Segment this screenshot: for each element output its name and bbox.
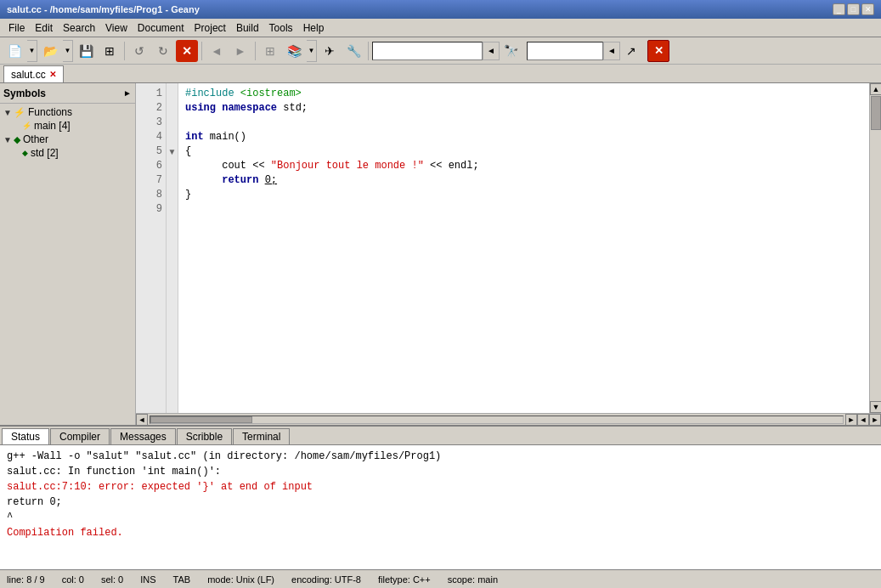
toolbar: 📄 ▼ 📂 ▼ 💾 ⊞ ↺ ↻ ✕ ◄ ► ⊞ 📚 ▼ ✈ 🔧 ◄ 🔭 ◄ ↗ … — [0, 37, 881, 65]
other-label: Other — [23, 133, 48, 145]
fold-6 — [167, 159, 178, 173]
h-scroll-thumb[interactable] — [150, 416, 252, 423]
horizontal-scrollbar[interactable]: ◄ ► ◄ ► — [136, 413, 881, 425]
tree-functions[interactable]: ▼ ⚡ Functions — [2, 105, 133, 119]
close-button[interactable]: ✕ — [861, 3, 874, 15]
replace-toolbar-group: ◄ ↗ — [527, 40, 642, 62]
toolbar-separator-4 — [368, 42, 369, 60]
tree-other[interactable]: ▼ ◆ Other — [2, 133, 133, 146]
minimize-button[interactable]: _ — [833, 3, 845, 15]
find-clear-button[interactable]: ◄ — [483, 42, 500, 60]
main-toggle-icon — [12, 122, 22, 131]
status-col: col: 0 — [62, 574, 84, 585]
menu-project[interactable]: Project — [189, 20, 231, 36]
find-binoculars-button[interactable]: 🔭 — [500, 40, 522, 62]
v-scroll-thumb[interactable] — [871, 96, 881, 130]
stop-button[interactable]: ✕ — [647, 40, 669, 62]
menu-file[interactable]: File — [3, 20, 30, 36]
tab-terminal[interactable]: Terminal — [233, 428, 290, 444]
tab-compiler[interactable]: Compiler — [50, 428, 110, 444]
save-file-button[interactable]: 💾 — [75, 40, 97, 62]
menu-help[interactable]: Help — [298, 20, 330, 36]
output-line-4: return 0; — [7, 495, 874, 510]
tab-messages[interactable]: Messages — [110, 428, 176, 444]
status-sel: sel: 0 — [101, 574, 123, 585]
output-line-2: salut.cc: In function 'int main()': — [7, 464, 874, 479]
new-file-button[interactable]: 📄 — [3, 40, 25, 62]
new-file-dropdown[interactable]: ▼ — [27, 40, 37, 62]
std-label: std [2] — [31, 147, 59, 159]
fold-5[interactable]: ▼ — [167, 144, 178, 159]
tab-salut-cc[interactable]: salut.cc ✕ — [3, 65, 64, 82]
replace-clear-button[interactable]: ◄ — [603, 42, 620, 60]
compile-button[interactable]: 📚 — [283, 40, 305, 62]
build-dropdown[interactable]: ▼ — [307, 40, 317, 62]
tab-status[interactable]: Status — [2, 428, 49, 444]
status-tab: TAB — [173, 574, 191, 585]
tab-scribble[interactable]: Scribble — [177, 428, 232, 444]
sidebar: Symbols ► ▼ ⚡ Functions ⚡ main [4] — [0, 83, 136, 425]
bottom-tab-bar: Status Compiler Messages Scribble Termin… — [0, 427, 881, 445]
maximize-button[interactable]: □ — [847, 3, 860, 15]
other-icon: ◆ — [14, 134, 20, 145]
line-num-2: 2 — [136, 101, 166, 116]
find-input[interactable] — [372, 42, 483, 60]
line-num-9: 9 — [136, 202, 166, 217]
editor-area: 1 2 3 4 5 6 7 8 9 ▼ — [136, 83, 881, 425]
tab-close-button[interactable]: ✕ — [49, 70, 56, 79]
menu-view[interactable]: View — [100, 20, 133, 36]
functions-label: Functions — [28, 106, 72, 118]
jump-to-button[interactable]: ↗ — [620, 40, 642, 62]
scroll-down-arrow[interactable]: ▼ — [870, 401, 881, 413]
other-toggle-icon[interactable]: ▼ — [3, 135, 14, 144]
search-toolbar-group: ◄ 🔭 — [372, 40, 522, 62]
sidebar-tree: ▼ ⚡ Functions ⚡ main [4] ▼ ◆ Other — [0, 104, 135, 425]
tree-std[interactable]: ◆ std [2] — [2, 146, 133, 160]
line-num-1: 1 — [136, 87, 166, 101]
undo-button[interactable]: ↺ — [128, 40, 150, 62]
fold-2 — [167, 101, 178, 116]
v-scroll-track[interactable] — [870, 95, 881, 401]
status-bar: line: 8 / 9 col: 0 sel: 0 INS TAB mode: … — [0, 569, 881, 588]
open-file-button[interactable]: 📂 — [39, 40, 61, 62]
code-editor[interactable]: #include <iostream> using namespace std;… — [178, 83, 869, 413]
close-file-button[interactable]: ✕ — [176, 40, 198, 62]
fold-8 — [167, 188, 178, 202]
menu-document[interactable]: Document — [133, 20, 189, 36]
fold-7 — [167, 173, 178, 188]
scroll-corner-buttons: ◄ ► — [857, 414, 881, 426]
debug-button[interactable]: 🔧 — [342, 40, 364, 62]
vertical-scrollbar[interactable]: ▲ ▼ — [869, 83, 881, 413]
scroll-left-arrow[interactable]: ◄ — [136, 414, 148, 426]
menu-search[interactable]: Search — [58, 20, 100, 36]
tree-main[interactable]: ⚡ main [4] — [2, 119, 133, 133]
page-left-button[interactable]: ◄ — [857, 414, 869, 426]
menu-tools[interactable]: Tools — [264, 20, 298, 36]
replace-input[interactable] — [527, 42, 603, 60]
menu-edit[interactable]: Edit — [30, 20, 58, 36]
open-file-dropdown[interactable]: ▼ — [63, 40, 73, 62]
sidebar-header: Symbols ► — [0, 83, 135, 104]
line-num-5: 5 — [136, 144, 166, 159]
fold-1 — [167, 87, 178, 101]
jump-back-button[interactable]: ◄ — [206, 40, 228, 62]
tab-label: salut.cc — [11, 69, 46, 81]
content-row: Symbols ► ▼ ⚡ Functions ⚡ main [4] — [0, 83, 881, 425]
redo-button[interactable]: ↻ — [152, 40, 174, 62]
menu-build[interactable]: Build — [231, 20, 264, 36]
toolbar-separator-1 — [124, 42, 125, 60]
page-right-button[interactable]: ► — [869, 414, 881, 426]
scroll-right-arrow[interactable]: ► — [845, 414, 857, 426]
sidebar-title: Symbols — [3, 88, 46, 99]
jump-forward-button[interactable]: ► — [229, 40, 251, 62]
sidebar-toggle[interactable]: ► — [123, 88, 132, 98]
save-all-button[interactable]: ⊞ — [99, 40, 121, 62]
functions-toggle-icon[interactable]: ▼ — [3, 108, 14, 117]
scroll-up-arrow[interactable]: ▲ — [870, 83, 881, 95]
bottom-content: g++ -Wall -o "salut" "salut.cc" (in dire… — [0, 445, 881, 569]
run-button[interactable]: ✈ — [319, 40, 341, 62]
new-tab-button[interactable]: ⊞ — [259, 40, 281, 62]
window-title: salut.cc - /home/sam/myfiles/Prog1 - Gea… — [7, 4, 200, 14]
line-num-3: 3 — [136, 116, 166, 130]
h-scroll-track[interactable] — [150, 416, 844, 424]
